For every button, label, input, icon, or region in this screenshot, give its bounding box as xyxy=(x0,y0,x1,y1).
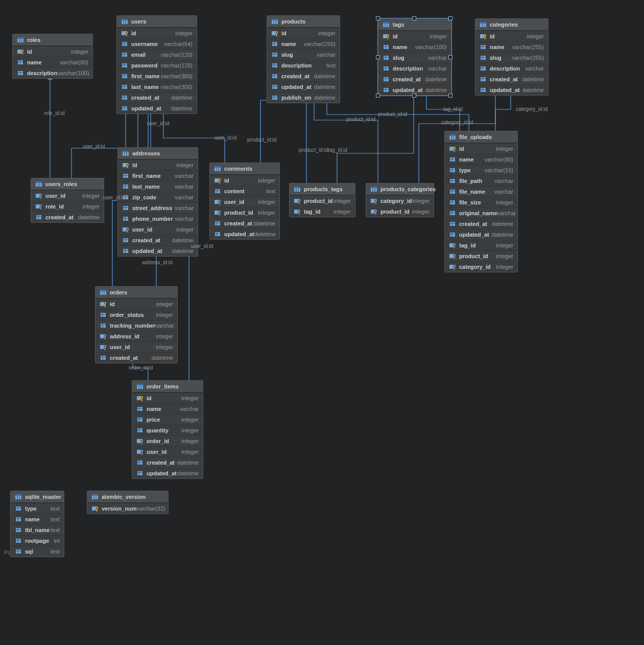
table-header[interactable]: roles xyxy=(13,34,92,46)
table-header[interactable]: comments xyxy=(210,163,279,175)
table-header[interactable]: sqlite_master xyxy=(11,491,64,503)
selection-handle[interactable] xyxy=(448,94,452,98)
column-row[interactable]: descriptiontext xyxy=(267,60,340,71)
column-row[interactable]: address_idinteger xyxy=(96,331,177,341)
column-row[interactable]: passwordvarchar(128) xyxy=(117,60,197,71)
column-row[interactable]: created_atdatetime xyxy=(117,92,197,103)
column-row[interactable]: priceinteger xyxy=(132,414,203,425)
column-row[interactable]: created_atdatetime xyxy=(96,352,177,363)
column-row[interactable]: zip_codevarchar xyxy=(118,192,198,202)
selection-handle[interactable] xyxy=(376,55,380,59)
column-row[interactable]: created_atdatetime xyxy=(132,457,203,468)
table-header[interactable]: users_roles xyxy=(31,178,104,190)
column-row[interactable]: updated_atdatetime xyxy=(117,103,197,113)
table-file_uploads[interactable]: file_uploadsidintegernamevarchar(80)type… xyxy=(444,131,518,272)
table-tags[interactable]: tagsidintegernamevarchar(100)slugvarchar… xyxy=(378,18,451,96)
table-header[interactable]: orders xyxy=(96,287,177,298)
column-row[interactable]: slugvarchar xyxy=(267,49,340,60)
selection-handle[interactable] xyxy=(376,16,380,20)
column-row[interactable]: idinteger xyxy=(117,28,197,38)
table-alembic_version[interactable]: alembic_versionversion_numvarchar(32) xyxy=(87,491,169,514)
column-row[interactable]: updated_atdatetime xyxy=(267,81,340,92)
column-row[interactable]: sqltext xyxy=(11,546,64,557)
column-row[interactable]: phone_numbervarchar xyxy=(118,213,198,224)
table-products_tags[interactable]: products_tagsproduct_idintegertag_idinte… xyxy=(289,183,355,217)
column-row[interactable]: namevarchar(255) xyxy=(267,38,340,49)
selection-handle[interactable] xyxy=(448,55,452,59)
column-row[interactable]: typevarchar(15) xyxy=(445,165,517,175)
column-row[interactable]: rootpageint xyxy=(11,535,64,546)
column-row[interactable]: product_idinteger xyxy=(366,206,434,217)
selection-handle[interactable] xyxy=(448,16,452,20)
column-row[interactable]: role_idinteger xyxy=(31,201,104,212)
column-row[interactable]: updated_atdatetime xyxy=(445,229,517,240)
column-row[interactable]: created_atdatetime xyxy=(378,74,451,84)
column-row[interactable]: publish_ondatetime xyxy=(267,92,340,103)
column-row[interactable]: typetext xyxy=(11,503,64,514)
table-header[interactable]: file_uploads xyxy=(445,131,517,143)
column-row[interactable]: updated_atdatetime xyxy=(210,228,279,239)
column-row[interactable]: idinteger xyxy=(267,28,340,38)
column-row[interactable]: updated_atdatetime xyxy=(118,245,198,256)
column-row[interactable]: descriptionvarchar xyxy=(475,63,548,74)
column-row[interactable]: first_namevarchar xyxy=(118,170,198,181)
column-row[interactable]: usernamevarchar(64) xyxy=(117,38,197,49)
column-row[interactable]: file_pathvarchar xyxy=(445,175,517,186)
column-row[interactable]: user_idinteger xyxy=(210,196,279,207)
table-categories[interactable]: categoriesidintegernamevarchar(255)slugv… xyxy=(475,18,548,96)
column-row[interactable]: created_atdatetime xyxy=(267,71,340,81)
column-row[interactable]: slugvarchar xyxy=(378,52,451,63)
column-row[interactable]: file_sizeinteger xyxy=(445,197,517,208)
column-row[interactable]: category_idinteger xyxy=(366,195,434,206)
column-row[interactable]: product_idinteger xyxy=(290,195,355,206)
column-row[interactable]: user_idinteger xyxy=(118,224,198,235)
selection-handle[interactable] xyxy=(412,94,416,98)
column-row[interactable]: updated_atdatetime xyxy=(132,468,203,478)
table-header[interactable]: categories xyxy=(475,19,548,31)
column-row[interactable]: created_atdatetime xyxy=(31,212,104,222)
column-row[interactable]: emailvarchar(120) xyxy=(117,49,197,60)
table-header[interactable]: products_tags xyxy=(290,183,355,195)
table-roles[interactable]: rolesidintegernamevarchar(80)description… xyxy=(12,34,93,79)
table-header[interactable]: users xyxy=(117,16,197,28)
column-row[interactable]: contenttext xyxy=(210,186,279,196)
table-comments[interactable]: commentsidintegercontenttextuser_idinteg… xyxy=(209,163,280,240)
column-row[interactable]: tag_idinteger xyxy=(290,206,355,217)
table-header[interactable]: tags xyxy=(378,19,451,31)
column-row[interactable]: descriptionvarchar(100) xyxy=(13,67,92,78)
table-addresses[interactable]: addressesidintegerfirst_namevarcharlast_… xyxy=(117,147,198,257)
table-order_items[interactable]: order_itemsidintegernamevarcharpriceinte… xyxy=(132,380,203,479)
table-sqlite_master[interactable]: sqlite_mastertypetextnametexttbl_nametex… xyxy=(10,491,64,557)
column-row[interactable]: user_idinteger xyxy=(31,190,104,201)
column-row[interactable]: idinteger xyxy=(445,143,517,154)
table-header[interactable]: order_items xyxy=(132,381,203,393)
column-row[interactable]: user_idinteger xyxy=(96,341,177,352)
column-row[interactable]: idinteger xyxy=(118,159,198,170)
column-row[interactable]: product_idinteger xyxy=(445,250,517,261)
column-row[interactable]: tracking_numbervarchar xyxy=(96,320,177,331)
column-row[interactable]: idinteger xyxy=(132,393,203,403)
column-row[interactable]: namevarchar(100) xyxy=(378,41,451,52)
column-row[interactable]: namevarchar(80) xyxy=(445,154,517,165)
table-products_categories[interactable]: products_categoriescategory_idintegerpro… xyxy=(366,183,434,217)
table-products[interactable]: productsidintegernamevarchar(255)slugvar… xyxy=(267,15,340,103)
column-row[interactable]: descriptionvarchar xyxy=(378,63,451,74)
column-row[interactable]: version_numvarchar(32) xyxy=(87,503,168,514)
table-users[interactable]: usersidintegerusernamevarchar(64)emailva… xyxy=(116,15,197,114)
column-row[interactable]: tbl_nametext xyxy=(11,524,64,535)
table-orders[interactable]: ordersidintegerorder_statusintegertracki… xyxy=(95,286,178,363)
column-row[interactable]: created_atdatetime xyxy=(445,218,517,229)
column-row[interactable]: product_idinteger xyxy=(210,207,279,218)
column-row[interactable]: created_atdatetime xyxy=(118,235,198,245)
table-users_roles[interactable]: users_rolesuser_idintegerrole_idintegerc… xyxy=(31,178,104,223)
table-header[interactable]: addresses xyxy=(118,148,198,159)
column-row[interactable]: original_namevarchar xyxy=(445,208,517,218)
erd-canvas[interactable]: Powered by yFiles rolesidintegernamevarc… xyxy=(0,0,644,645)
table-header[interactable]: products xyxy=(267,16,340,28)
column-row[interactable]: street_addressvarchar xyxy=(118,202,198,213)
column-row[interactable]: namevarchar xyxy=(132,403,203,414)
column-row[interactable]: quantityinteger xyxy=(132,425,203,435)
column-row[interactable]: last_namevarchar xyxy=(118,181,198,192)
column-row[interactable]: tag_idinteger xyxy=(445,240,517,250)
column-row[interactable]: created_atdatetime xyxy=(210,218,279,228)
